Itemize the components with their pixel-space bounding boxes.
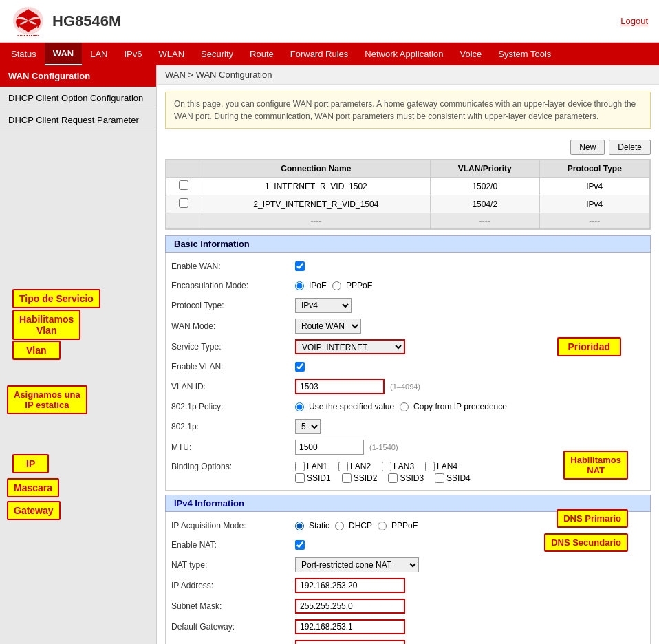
acq-pppoe-radio[interactable]	[378, 522, 387, 530]
bind-lan3[interactable]	[382, 462, 391, 471]
p802-select[interactable]: 50123467	[295, 419, 321, 434]
model-name: HG8546M	[52, 12, 121, 30]
row2-checkbox[interactable]	[179, 198, 188, 208]
default-gateway-row: Default Gateway:	[166, 616, 650, 637]
service-type-row: Service Type: VOIP_INTERNETINTERNETTR069…	[166, 336, 650, 357]
vlan-id-input[interactable]	[295, 379, 385, 394]
ip-acq-label: IP Acquisition Mode:	[171, 521, 295, 530]
row1-protocol: IPv4	[539, 178, 649, 195]
basic-info-form: Enable WAN: Encapsulation Mode: IPoE PPP…	[165, 253, 651, 491]
wan-mode-label: WAN Mode:	[171, 321, 295, 331]
nav-system-tools[interactable]: System Tools	[490, 43, 559, 65]
row2-name[interactable]: 2_IPTV_INTERNET_R_VID_1504	[202, 195, 430, 213]
protocol-type-row: Protocol Type: IPv4IPv6IPv4/IPv6	[166, 295, 650, 316]
toolbar: New Delete	[157, 136, 659, 159]
enable-wan-checkbox[interactable]	[295, 261, 305, 271]
p802-row: 802.1p: 50123467	[166, 416, 650, 437]
mtu-row: MTU: (1-1540)	[166, 437, 650, 458]
bind-ssid2[interactable]	[342, 473, 352, 483]
content-area: WAN > WAN Configuration On this page, yo…	[157, 65, 659, 644]
acq-dhcp-radio[interactable]	[335, 522, 344, 530]
default-gateway-input[interactable]	[295, 619, 405, 634]
nav-route[interactable]: Route	[241, 43, 282, 65]
ipv4-info-title: IPv4 Information	[165, 495, 651, 512]
sidebar-item-dhcp-option[interactable]: DHCP Client Option Configuration	[0, 87, 156, 109]
vlan-id-row: VLAN ID: (1–4094)	[166, 376, 650, 397]
p802-label: 802.1p:	[171, 422, 295, 431]
subnet-mask-row: Subnet Mask:	[166, 596, 650, 616]
encap-mode-row: Encapsulation Mode: IPoE PPPoE	[166, 276, 650, 295]
service-type-select[interactable]: VOIP_INTERNETINTERNETTR069VOIP	[295, 339, 405, 354]
row2-vlan: 1504/2	[431, 195, 540, 213]
enable-wan-label: Enable WAN:	[171, 261, 295, 271]
policy-802-row: 802.1p Policy: Use the specified value C…	[166, 397, 650, 416]
nav-bar: Status WAN LAN IPv6 WLAN Security Route …	[0, 43, 659, 65]
col-protocol-type: Protocol Type	[539, 160, 649, 178]
col-checkbox	[166, 160, 202, 178]
row1-vlan: 1502/0	[431, 178, 540, 195]
subnet-mask-label: Subnet Mask:	[171, 601, 295, 611]
row1-checkbox[interactable]	[179, 180, 188, 190]
acq-static-radio[interactable]	[295, 522, 304, 530]
bind-lan2[interactable]	[338, 462, 348, 471]
info-box: On this page, you can configure WAN port…	[165, 92, 651, 129]
table-row-dash: ---- ---- ----	[166, 213, 650, 229]
bind-ssid1[interactable]	[295, 473, 305, 483]
ip-address-row: IP Address:	[166, 575, 650, 596]
mtu-input[interactable]	[295, 440, 364, 455]
col-vlan-priority: VLAN/Priority	[431, 160, 540, 178]
nav-voice[interactable]: Voice	[451, 43, 490, 65]
huawei-logo: HUAWEI	[11, 6, 45, 36]
bind-ssid3[interactable]	[388, 473, 398, 483]
wan-mode-select[interactable]: Route WANBridge WAN	[295, 319, 361, 334]
ip-acq-row: IP Acquisition Mode: Static DHCP PPPoE	[166, 516, 650, 535]
svg-text:HUAWEI: HUAWEI	[17, 34, 39, 36]
policy-802-label: 802.1p Policy:	[171, 402, 295, 411]
sidebar-item-wan-config[interactable]: WAN Configuration	[0, 65, 156, 87]
nav-wlan[interactable]: WLAN	[151, 43, 193, 65]
ip-address-input[interactable]	[295, 578, 405, 593]
nat-type-select[interactable]: Port-restricted cone NAT Full cone NAT R…	[295, 557, 419, 572]
enable-vlan-row: Enable VLAN:	[166, 357, 650, 376]
delete-button[interactable]: Delete	[609, 140, 651, 155]
primary-dns-input[interactable]	[295, 640, 405, 644]
mtu-hint: (1-1540)	[369, 443, 398, 451]
encap-ipoe-radio[interactable]	[295, 281, 304, 290]
policy-ip-radio[interactable]	[400, 402, 409, 411]
vlan-id-label: VLAN ID:	[171, 382, 295, 391]
logout-button[interactable]: Logout	[620, 16, 648, 26]
new-button[interactable]: New	[570, 140, 605, 155]
row1-name[interactable]: 1_INTERNET_R_VID_1502	[202, 178, 430, 195]
table-row: 2_IPTV_INTERNET_R_VID_1504 1504/2 IPv4	[166, 195, 650, 213]
nav-ipv6[interactable]: IPv6	[116, 43, 151, 65]
nav-forward-rules[interactable]: Forward Rules	[282, 43, 357, 65]
subnet-mask-input[interactable]	[295, 599, 405, 614]
service-type-label: Service Type:	[171, 342, 295, 352]
enable-nat-label: Enable NAT:	[171, 540, 295, 550]
binding-options-row: Binding Options: LAN1 LAN2 LAN3 LAN4 SSI…	[166, 458, 650, 486]
enable-nat-checkbox[interactable]	[295, 540, 305, 550]
protocol-select[interactable]: IPv4IPv6IPv4/IPv6	[295, 298, 352, 313]
wan-mode-row: WAN Mode: Route WANBridge WAN	[166, 316, 650, 336]
bind-lan4[interactable]	[425, 462, 435, 471]
connection-table: Connection Name VLAN/Priority Protocol T…	[165, 159, 651, 230]
enable-wan-row: Enable WAN:	[166, 257, 650, 276]
encap-label: Encapsulation Mode:	[171, 281, 295, 290]
nav-security[interactable]: Security	[193, 43, 241, 65]
default-gateway-label: Default Gateway:	[171, 622, 295, 632]
primary-dns-row: Primary DNS Server:	[166, 637, 650, 644]
nat-type-row: NAT type: Port-restricted cone NAT Full …	[166, 555, 650, 575]
policy-specified-radio[interactable]	[295, 402, 304, 411]
binding-label: Binding Options:	[171, 462, 295, 471]
nav-wan[interactable]: WAN	[45, 43, 82, 65]
sidebar-item-dhcp-request[interactable]: DHCP Client Request Parameter	[0, 109, 156, 131]
bind-lan1[interactable]	[295, 462, 305, 471]
protocol-label: Protocol Type:	[171, 301, 295, 310]
enable-vlan-checkbox[interactable]	[295, 362, 305, 372]
encap-pppoe-radio[interactable]	[332, 281, 341, 290]
nav-lan[interactable]: LAN	[82, 43, 116, 65]
nav-network-application[interactable]: Network Application	[356, 43, 451, 65]
nav-status[interactable]: Status	[3, 43, 45, 65]
row2-protocol: IPv4	[539, 195, 649, 213]
bind-ssid4[interactable]	[435, 473, 444, 483]
